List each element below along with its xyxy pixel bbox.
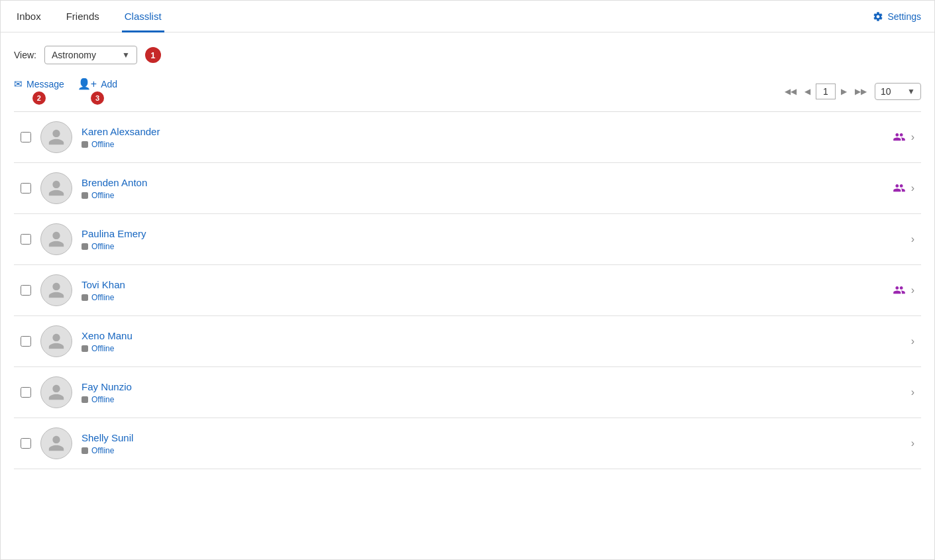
student-checkbox[interactable] — [21, 285, 31, 296]
student-checkbox[interactable] — [21, 234, 31, 245]
student-name[interactable]: Paulina Emery — [82, 228, 902, 239]
status-label: Offline — [91, 395, 114, 404]
expand-icon[interactable]: › — [911, 335, 914, 347]
student-status: Offline — [82, 293, 883, 302]
student-status: Offline — [82, 446, 902, 455]
status-label: Offline — [91, 344, 114, 353]
toolbar-right: ◀◀ ◀ 1 ▶ ▶▶ 10 ▼ — [782, 83, 921, 100]
settings-label: Settings — [887, 11, 921, 22]
per-page-chevron-icon: ▼ — [907, 87, 915, 96]
table-row: Tovi Khan Offline › — [14, 265, 921, 316]
student-checkbox[interactable] — [21, 387, 31, 398]
first-page-button[interactable]: ◀◀ — [782, 85, 799, 97]
expand-icon[interactable]: › — [911, 182, 914, 194]
status-dot — [82, 243, 88, 250]
student-info: Paulina Emery Offline — [82, 228, 902, 251]
student-checkbox[interactable] — [21, 132, 31, 142]
status-label: Offline — [91, 242, 114, 251]
expand-icon[interactable]: › — [911, 233, 914, 245]
student-info: Shelly Sunil Offline — [82, 432, 902, 455]
avatar — [40, 325, 72, 357]
group-icon[interactable] — [893, 131, 906, 144]
student-name[interactable]: Brenden Anton — [82, 177, 883, 188]
add-user-icon: 👤+ — [78, 78, 97, 90]
student-checkbox[interactable] — [21, 438, 31, 449]
status-dot — [82, 192, 88, 199]
per-page-select[interactable]: 10 ▼ — [875, 83, 921, 100]
tab-friends[interactable]: Friends — [64, 1, 102, 32]
message-badge: 2 — [32, 91, 46, 105]
per-page-value: 10 — [881, 86, 891, 97]
student-name[interactable]: Shelly Sunil — [82, 432, 902, 443]
last-page-button[interactable]: ▶▶ — [852, 85, 869, 97]
prev-page-button[interactable]: ◀ — [802, 85, 813, 97]
avatar — [40, 274, 72, 306]
table-row: Paulina Emery Offline › — [14, 214, 921, 265]
expand-icon[interactable]: › — [911, 437, 914, 449]
pagination-controls: ◀◀ ◀ 1 ▶ ▶▶ — [782, 84, 869, 99]
student-checkbox[interactable] — [21, 183, 31, 194]
add-button[interactable]: 👤+ Add — [78, 78, 117, 90]
student-name[interactable]: Xeno Manu — [82, 330, 902, 341]
envelope-icon: ✉ — [14, 78, 23, 90]
tab-classlist[interactable]: Classlist — [122, 1, 164, 32]
student-status: Offline — [82, 191, 883, 200]
student-info: Xeno Manu Offline — [82, 330, 902, 353]
group-icon[interactable] — [893, 284, 906, 298]
next-page-button[interactable]: ▶ — [838, 85, 850, 97]
top-navigation: Inbox Friends Classlist Settings — [1, 1, 934, 32]
table-row: Karen Alexsander Offline › — [14, 112, 921, 163]
expand-icon[interactable]: › — [911, 386, 914, 398]
student-status: Offline — [82, 395, 902, 404]
avatar — [40, 376, 72, 408]
expand-icon[interactable]: › — [911, 131, 914, 143]
view-badge: 1 — [145, 47, 161, 63]
add-label: Add — [101, 79, 117, 89]
settings-link[interactable]: Settings — [873, 11, 921, 22]
view-label: View: — [14, 50, 36, 60]
avatar — [40, 427, 72, 459]
student-actions: › — [911, 386, 914, 398]
status-label: Offline — [91, 191, 114, 200]
message-button[interactable]: ✉ Message — [14, 78, 64, 90]
status-label: Offline — [91, 293, 114, 302]
expand-icon[interactable]: › — [911, 284, 914, 296]
table-row: Xeno Manu Offline › — [14, 316, 921, 367]
chevron-down-icon: ▼ — [122, 50, 130, 60]
student-info: Karen Alexsander Offline — [82, 126, 883, 149]
student-actions: › — [893, 284, 914, 298]
student-name[interactable]: Fay Nunzio — [82, 381, 902, 392]
student-name[interactable]: Karen Alexsander — [82, 126, 883, 137]
student-actions: › — [911, 335, 914, 347]
nav-tabs: Inbox Friends Classlist — [14, 1, 164, 32]
student-name[interactable]: Tovi Khan — [82, 279, 883, 290]
student-list: Karen Alexsander Offline › — [14, 111, 921, 469]
status-dot — [82, 294, 88, 301]
group-icon[interactable] — [893, 182, 906, 196]
tab-inbox[interactable]: Inbox — [14, 1, 44, 32]
toolbar-left: ✉ Message 2 👤+ Add 3 — [14, 78, 117, 105]
status-dot — [82, 396, 88, 403]
student-status: Offline — [82, 344, 902, 353]
table-row: Brenden Anton Offline › — [14, 163, 921, 214]
avatar — [40, 172, 72, 204]
status-dot — [82, 447, 88, 454]
view-selected-value: Astronomy — [52, 50, 96, 60]
status-label: Offline — [91, 140, 114, 149]
message-label: Message — [27, 79, 64, 89]
student-info: Brenden Anton Offline — [82, 177, 883, 200]
view-row: View: Astronomy ▼ 1 — [14, 46, 921, 64]
add-badge: 3 — [91, 91, 104, 105]
current-page: 1 — [816, 84, 836, 99]
student-info: Tovi Khan Offline — [82, 279, 883, 302]
status-dot — [82, 345, 88, 352]
main-content: View: Astronomy ▼ 1 ✉ Message 2 — [1, 32, 934, 482]
status-dot — [82, 141, 88, 148]
student-checkbox[interactable] — [21, 336, 31, 347]
student-actions: › — [911, 233, 914, 245]
gear-icon — [873, 11, 883, 22]
table-row: Fay Nunzio Offline › — [14, 367, 921, 418]
avatar — [40, 223, 72, 255]
student-status: Offline — [82, 140, 883, 149]
view-select[interactable]: Astronomy ▼ — [44, 46, 137, 64]
